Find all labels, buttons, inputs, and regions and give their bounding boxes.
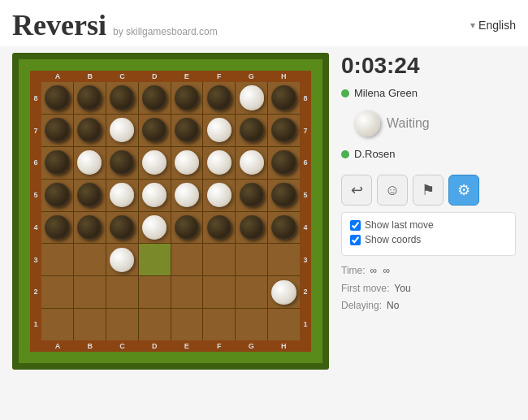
board-cell[interactable] bbox=[74, 147, 106, 179]
board-cell[interactable] bbox=[139, 309, 171, 340]
board-cell[interactable] bbox=[106, 212, 138, 244]
board-cell[interactable] bbox=[203, 82, 235, 114]
board-cell[interactable] bbox=[74, 180, 106, 211]
show-coords-row[interactable]: Show coords bbox=[350, 234, 507, 245]
col-c: C bbox=[106, 71, 139, 82]
player1-dot bbox=[341, 89, 349, 97]
board-cell[interactable] bbox=[106, 276, 138, 308]
board-cell[interactable] bbox=[106, 115, 138, 146]
dark-piece bbox=[175, 85, 199, 110]
board-cell[interactable] bbox=[139, 147, 171, 179]
board-cell[interactable] bbox=[74, 212, 106, 244]
board-cell[interactable] bbox=[106, 244, 138, 275]
board-cell[interactable] bbox=[268, 115, 300, 146]
board-cell[interactable] bbox=[203, 180, 235, 211]
board-cell[interactable] bbox=[74, 276, 106, 308]
board-cell[interactable] bbox=[171, 276, 203, 308]
dark-piece bbox=[207, 85, 232, 110]
board-cell[interactable] bbox=[203, 212, 235, 244]
board-cell[interactable] bbox=[171, 115, 203, 146]
dark-piece bbox=[240, 118, 264, 142]
board-grid bbox=[41, 82, 300, 340]
time-label: Time: bbox=[341, 262, 366, 280]
header: Reversi by skillgamesboard.com ▾ English bbox=[0, 0, 528, 46]
flag-button[interactable]: ⚑ bbox=[413, 175, 444, 206]
board-cell[interactable] bbox=[41, 82, 73, 114]
board-cell[interactable] bbox=[171, 82, 203, 114]
board-cell[interactable] bbox=[268, 244, 300, 275]
board-cell[interactable] bbox=[236, 276, 267, 308]
col-h-bot: H bbox=[267, 340, 300, 352]
board-cell[interactable] bbox=[236, 212, 267, 244]
board-cell[interactable] bbox=[268, 180, 300, 211]
dark-piece bbox=[110, 85, 134, 110]
board-cell[interactable] bbox=[106, 82, 138, 114]
board-cell[interactable] bbox=[171, 147, 203, 179]
board-cell[interactable] bbox=[106, 147, 138, 179]
board-cell[interactable] bbox=[139, 212, 171, 244]
game-info: Time: ∞ ∞ First move: You Delaying: No bbox=[341, 262, 516, 315]
board-cell[interactable] bbox=[203, 115, 235, 146]
board-cell[interactable] bbox=[236, 244, 267, 275]
board-cell[interactable] bbox=[139, 244, 171, 275]
game-title: Reversi bbox=[12, 8, 106, 42]
board-cell[interactable] bbox=[139, 82, 171, 114]
board-cell[interactable] bbox=[74, 244, 106, 275]
board-cell[interactable] bbox=[41, 244, 73, 275]
board-cell[interactable] bbox=[139, 180, 171, 211]
board-cell[interactable] bbox=[41, 180, 73, 211]
board-cell[interactable] bbox=[171, 180, 203, 211]
board-cell[interactable] bbox=[41, 147, 73, 179]
show-last-move-row[interactable]: Show last move bbox=[350, 219, 507, 231]
language-selector[interactable]: ▾ English bbox=[470, 19, 516, 32]
player1-row: Milena Green bbox=[341, 85, 516, 101]
board-cell[interactable] bbox=[236, 115, 267, 146]
dark-piece bbox=[271, 118, 296, 142]
col-g-bot: G bbox=[236, 340, 268, 352]
board-cell[interactable] bbox=[236, 147, 267, 179]
board-cell[interactable] bbox=[41, 276, 73, 308]
board-cell[interactable] bbox=[106, 309, 138, 340]
board-cell[interactable] bbox=[171, 244, 203, 275]
col-f: F bbox=[203, 71, 236, 82]
game-board[interactable]: A B C D E F G H A B C D E F G H bbox=[12, 53, 329, 370]
board-cell[interactable] bbox=[139, 276, 171, 308]
white-piece bbox=[175, 150, 199, 175]
undo-button[interactable]: ↩ bbox=[341, 175, 372, 206]
board-cell[interactable] bbox=[268, 212, 300, 244]
board-cell[interactable] bbox=[41, 212, 73, 244]
board-cell[interactable] bbox=[171, 309, 203, 340]
board-cell[interactable] bbox=[171, 212, 203, 244]
board-cell[interactable] bbox=[203, 309, 235, 340]
board-cell[interactable] bbox=[268, 276, 300, 308]
settings-button[interactable]: ⚙ bbox=[448, 175, 479, 206]
board-cell[interactable] bbox=[74, 309, 106, 340]
board-cell[interactable] bbox=[41, 309, 73, 340]
show-last-move-label: Show last move bbox=[365, 219, 434, 231]
board-cell[interactable] bbox=[139, 115, 171, 146]
board-cell[interactable] bbox=[74, 115, 106, 146]
delaying-value: No bbox=[387, 297, 399, 315]
show-last-move-checkbox[interactable] bbox=[350, 220, 361, 231]
board-cell[interactable] bbox=[236, 82, 267, 114]
white-piece bbox=[207, 183, 232, 207]
options-box: Show last move Show coords bbox=[341, 212, 516, 256]
board-cell[interactable] bbox=[268, 147, 300, 179]
board-cell[interactable] bbox=[236, 309, 267, 340]
board-cell[interactable] bbox=[203, 244, 235, 275]
board-cell[interactable] bbox=[268, 82, 300, 114]
col-d-bot: D bbox=[138, 340, 171, 352]
header-left: Reversi by skillgamesboard.com bbox=[12, 8, 218, 42]
smile-button[interactable]: ☺ bbox=[377, 175, 408, 206]
board-cell[interactable] bbox=[203, 147, 235, 179]
board-cell[interactable] bbox=[106, 180, 138, 211]
board-cell[interactable] bbox=[203, 276, 235, 308]
dark-piece bbox=[271, 150, 296, 175]
board-cell[interactable] bbox=[236, 180, 267, 211]
white-piece bbox=[110, 183, 134, 207]
board-cell[interactable] bbox=[74, 82, 106, 114]
board-cell[interactable] bbox=[41, 115, 73, 146]
show-coords-checkbox[interactable] bbox=[350, 235, 361, 245]
player2-dot bbox=[341, 150, 349, 158]
board-cell[interactable] bbox=[268, 309, 300, 340]
